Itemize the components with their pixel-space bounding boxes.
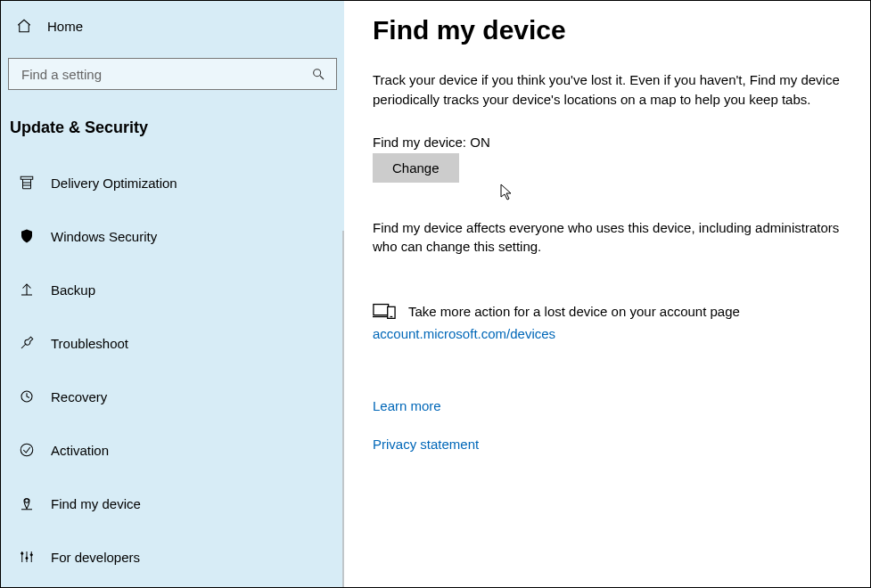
search-input[interactable] — [20, 66, 295, 83]
device-effect-text: Find my device affects everyone who uses… — [373, 218, 847, 257]
sidebar-item-label: Windows Security — [51, 229, 157, 244]
delivery-optimization-icon — [17, 175, 37, 191]
main-content: Find my device Track your device if you … — [344, 1, 870, 587]
sidebar-item-label: Recovery — [51, 389, 107, 404]
find-my-device-status: Find my device: ON — [373, 135, 847, 150]
svg-rect-2 — [21, 176, 33, 179]
sidebar-item-windows-security[interactable]: Windows Security — [6, 216, 339, 257]
location-icon — [17, 495, 37, 511]
sidebar-item-troubleshoot[interactable]: Troubleshoot — [6, 323, 339, 363]
sidebar-home[interactable]: Home — [6, 4, 339, 47]
sidebar-item-backup[interactable]: Backup — [6, 269, 339, 310]
svg-point-13 — [21, 552, 23, 554]
wrench-icon — [17, 335, 37, 351]
account-action-text: Take more action for a lost device on yo… — [408, 304, 740, 319]
checkmark-circle-icon — [17, 442, 37, 458]
sidebar: Home Update & Security Delivery Optimiza… — [1, 1, 344, 587]
account-action-row: Take more action for a lost device on yo… — [373, 301, 847, 321]
svg-point-15 — [26, 557, 28, 559]
developers-icon — [17, 549, 37, 565]
privacy-statement-link[interactable]: Privacy statement — [373, 437, 847, 452]
recovery-icon — [17, 388, 37, 404]
svg-point-0 — [314, 69, 321, 77]
page-title: Find my device — [373, 15, 847, 45]
shield-icon — [17, 228, 37, 244]
status-label: Find my device: — [373, 135, 470, 150]
sidebar-item-activation[interactable]: Activation — [6, 429, 339, 470]
sidebar-item-label: Delivery Optimization — [51, 176, 177, 191]
sidebar-item-label: For developers — [51, 550, 140, 565]
svg-line-1 — [320, 76, 324, 79]
backup-icon — [17, 282, 37, 298]
search-icon — [311, 67, 325, 81]
svg-point-9 — [21, 444, 33, 456]
sidebar-item-label: Activation — [51, 443, 109, 458]
svg-point-17 — [30, 554, 32, 556]
devices-icon — [373, 301, 396, 321]
sidebar-item-for-developers[interactable]: For developers — [6, 536, 339, 577]
page-description: Track your device if you think you've lo… — [373, 70, 847, 110]
status-value: ON — [470, 135, 490, 150]
sidebar-item-delivery-optimization[interactable]: Delivery Optimization — [6, 162, 339, 203]
sidebar-item-label: Find my device — [51, 496, 141, 511]
learn-more-link[interactable]: Learn more — [373, 398, 847, 413]
svg-line-7 — [21, 344, 26, 348]
sidebar-item-label: Backup — [51, 282, 95, 298]
sidebar-scrollbar[interactable] — [342, 231, 344, 587]
search-box[interactable] — [8, 58, 337, 90]
svg-rect-18 — [374, 305, 389, 315]
account-devices-link[interactable]: account.microsoft.com/devices — [373, 326, 847, 341]
sidebar-item-recovery[interactable]: Recovery — [6, 376, 339, 417]
sidebar-section-header: Update & Security — [6, 106, 339, 139]
sidebar-item-label: Troubleshoot — [51, 336, 128, 351]
home-icon — [15, 18, 33, 34]
sidebar-home-label: Home — [47, 19, 83, 34]
change-button[interactable]: Change — [373, 153, 459, 183]
sidebar-item-find-my-device[interactable]: Find my device — [6, 483, 339, 524]
